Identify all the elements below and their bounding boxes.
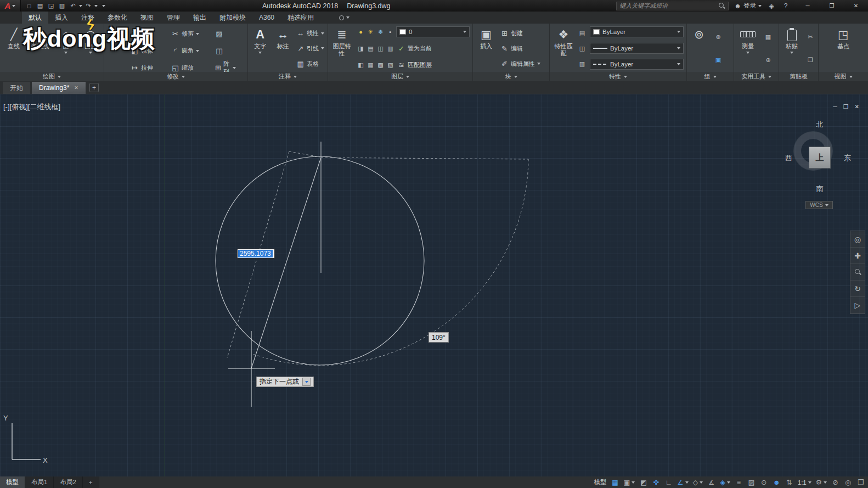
- lineweight-toggle[interactable]: ≡: [732, 476, 745, 488]
- object-snap-tracking-toggle[interactable]: ∡: [705, 476, 718, 488]
- snap-toggle[interactable]: ▣: [622, 476, 638, 488]
- offset-button[interactable]: ◫: [214, 44, 237, 58]
- orbit-icon[interactable]: ↻: [850, 281, 865, 297]
- panel-label-block[interactable]: 块: [473, 72, 549, 81]
- match-layer-button[interactable]: ≋ 匹配图层: [396, 59, 433, 70]
- insert-block-button[interactable]: ▣ 插入: [475, 25, 498, 72]
- panel-label-annotation[interactable]: 注释: [248, 72, 328, 81]
- panel-label-groups[interactable]: 组: [687, 72, 734, 81]
- layer-tool-icon-5[interactable]: ◧: [357, 62, 365, 68]
- properties-list-icon-1[interactable]: ▤: [578, 30, 587, 36]
- table-button[interactable]: ▦表格: [295, 57, 326, 71]
- panel-label-view[interactable]: 视图: [819, 72, 868, 81]
- tab-start[interactable]: 开始: [3, 82, 30, 94]
- array-button[interactable]: ⊞阵列: [214, 61, 237, 72]
- save-button[interactable]: ◲: [46, 1, 56, 11]
- layer-thaw-icon[interactable]: ☀: [367, 29, 375, 35]
- object-color-select[interactable]: ByLayer: [590, 26, 684, 37]
- viewcube-top-button[interactable]: 上: [809, 147, 831, 169]
- circle-button[interactable]: ○ 圆: [54, 25, 77, 72]
- ribbon-display-toggle[interactable]: [335, 12, 354, 24]
- redo-flyout-icon[interactable]: [94, 5, 98, 7]
- layer-tool-icon-3[interactable]: ◫: [376, 46, 385, 52]
- tab-home[interactable]: 默认: [22, 12, 48, 24]
- selection-cycling-toggle[interactable]: ⊙: [758, 476, 770, 488]
- dynamic-input-field[interactable]: 2595.1073: [237, 249, 275, 259]
- tab-drawing3[interactable]: Drawing3* ✕: [32, 82, 86, 94]
- layer-tool-icon-4[interactable]: ▥: [386, 46, 394, 52]
- id-point-icon[interactable]: ⊕: [764, 57, 773, 63]
- set-current-layer-button[interactable]: ✓ 置为当前: [396, 43, 433, 54]
- viewcube-south-button[interactable]: 南: [816, 184, 824, 194]
- linear-dim-button[interactable]: ↔线性: [295, 26, 326, 41]
- close-tab-icon[interactable]: ✕: [74, 85, 78, 91]
- new-drawing-tab-button[interactable]: +: [89, 83, 99, 92]
- isometric-drafting-toggle[interactable]: ◇: [691, 476, 706, 488]
- scale-button[interactable]: ◱缩放: [170, 61, 214, 72]
- rubber-band-line[interactable]: [251, 158, 321, 368]
- polyline-button[interactable]: ∿ 多段线: [27, 25, 53, 72]
- panel-label-draw[interactable]: 绘图: [0, 72, 104, 81]
- annotation-scale-button[interactable]: 1:1: [796, 476, 814, 488]
- tab-featured-apps[interactable]: 精选应用: [281, 12, 320, 24]
- base-view-button[interactable]: ◳ 基点: [830, 25, 856, 72]
- layer-select[interactable]: 0: [396, 26, 470, 37]
- quick-calc-icon[interactable]: ▦: [764, 34, 773, 40]
- viewport-controls[interactable]: [-][俯视][二维线框]: [3, 102, 60, 112]
- tab-annotate[interactable]: 注释: [75, 12, 101, 24]
- erase-button[interactable]: ▨: [214, 27, 237, 41]
- annotation-monitor-toggle[interactable]: ⊘: [829, 476, 842, 488]
- layer-lock-icon[interactable]: ▪: [386, 29, 394, 35]
- annotation-visibility-toggle[interactable]: ☻: [770, 476, 783, 488]
- layer-tool-icon-8[interactable]: ▧: [386, 62, 394, 68]
- leader-button[interactable]: ↗引线: [295, 41, 326, 55]
- space-toggle[interactable]: 模型: [592, 476, 609, 488]
- signin-button[interactable]: ☻ 登录: [734, 2, 762, 10]
- layer-properties-button[interactable]: ≣ 图层特性: [330, 25, 354, 72]
- circle-entity[interactable]: [216, 156, 424, 365]
- tab-insert[interactable]: 插入: [48, 12, 75, 24]
- layer-off-icon[interactable]: ●: [357, 29, 365, 35]
- viewcube-east-button[interactable]: 东: [844, 153, 851, 163]
- move-button[interactable]: ✚: [106, 25, 128, 72]
- prompt-options-icon[interactable]: [302, 378, 311, 386]
- copy-icon[interactable]: ❐: [807, 57, 815, 63]
- ungroup-icon[interactable]: ⊛: [714, 34, 723, 40]
- clean-screen-button[interactable]: ❒: [854, 476, 867, 488]
- ortho-toggle[interactable]: ∟: [662, 476, 675, 488]
- object-snap-toggle[interactable]: ◈: [718, 476, 732, 488]
- qat-customize-button[interactable]: [102, 5, 105, 7]
- navigation-wheel-icon[interactable]: ◎: [850, 231, 865, 248]
- pan-icon[interactable]: ✚: [850, 248, 865, 264]
- panel-label-layers[interactable]: 图层: [328, 72, 472, 81]
- viewcube-north-button[interactable]: 北: [816, 120, 824, 130]
- create-block-button[interactable]: ⊞创建: [499, 26, 548, 41]
- layout2-tab[interactable]: 布局2: [54, 476, 82, 488]
- line-button[interactable]: ╱ 直线: [2, 25, 26, 72]
- trim-button[interactable]: ✂修剪: [170, 27, 214, 41]
- layer-freeze-icon[interactable]: ❄: [376, 29, 385, 35]
- new-button[interactable]: □: [24, 1, 34, 11]
- viewport-close-icon[interactable]: ✕: [854, 103, 859, 110]
- viewport-minimize-icon[interactable]: ─: [833, 103, 837, 110]
- text-button[interactable]: A 文字: [250, 25, 271, 72]
- panel-label-clipboard[interactable]: 剪贴板: [779, 72, 818, 81]
- close-button[interactable]: ✕: [844, 0, 868, 12]
- layer-tool-icon-1[interactable]: ◨: [357, 46, 365, 52]
- group-button[interactable]: ⊚: [689, 25, 709, 72]
- plot-button[interactable]: ▥: [57, 1, 67, 11]
- search-icon[interactable]: [718, 2, 725, 9]
- undo-flyout-icon[interactable]: [79, 5, 82, 7]
- tab-a360[interactable]: A360: [252, 12, 281, 24]
- autoscale-toggle[interactable]: ⇅: [783, 476, 796, 488]
- open-button[interactable]: ▤: [35, 1, 45, 11]
- tab-view[interactable]: 视图: [134, 12, 160, 24]
- tab-output[interactable]: 输出: [187, 12, 213, 24]
- viewcube-west-button[interactable]: 西: [785, 153, 792, 163]
- polar-tracking-toggle[interactable]: ∠: [675, 476, 690, 488]
- minimize-button[interactable]: ─: [796, 0, 820, 12]
- workspace-switch-button[interactable]: ⚙: [814, 476, 829, 488]
- model-tab[interactable]: 模型: [0, 476, 25, 488]
- paste-button[interactable]: 粘贴: [781, 25, 803, 72]
- viewport-restore-icon[interactable]: ❐: [843, 103, 848, 110]
